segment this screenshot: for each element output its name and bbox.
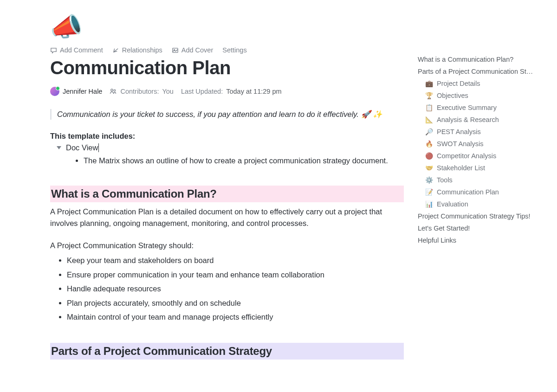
toc-label: Analysis & Research: [437, 116, 499, 123]
toc-label: PEST Analysis: [437, 128, 481, 135]
add-cover-label: Add Cover: [181, 46, 214, 54]
toc-link[interactable]: Let's Get Started!: [418, 222, 543, 234]
chevron-down-icon: [57, 146, 61, 149]
list-item[interactable]: Keep your team and stakeholders on board: [67, 253, 404, 268]
add-cover-button[interactable]: Add Cover: [172, 46, 214, 54]
last-updated: Last Updated: Today at 11:29 pm: [181, 88, 282, 95]
image-icon: [172, 47, 179, 54]
gear-icon: ⚙️: [425, 176, 433, 184]
people-icon: [110, 88, 117, 95]
strategy-list: Keep your team and stakeholders on board…: [50, 253, 404, 324]
strategy-intro[interactable]: A Project Communication Strategy should:: [50, 240, 404, 252]
page-meta: Jennifer Hale Contributors: You Last Upd…: [50, 87, 404, 96]
comment-icon: [50, 47, 57, 54]
toc-label: Project Details: [437, 80, 480, 87]
bar-chart-icon: 📊: [425, 200, 433, 208]
briefcase-icon: 💼: [425, 80, 433, 87]
toc-link[interactable]: 🔎PEST Analysis: [425, 126, 543, 138]
toc-label: Objectives: [437, 92, 468, 99]
toc-link[interactable]: Project Communication Strategy Tips!: [418, 210, 543, 222]
svg-point-2: [111, 89, 113, 91]
list-item[interactable]: Handle adequate resources: [67, 282, 404, 296]
toc-link[interactable]: 📝Communication Plan: [425, 186, 543, 198]
toc-link[interactable]: 📊Evaluation: [425, 198, 543, 210]
list-item[interactable]: Ensure proper communication in your team…: [67, 268, 404, 282]
ruler-icon: 📐: [425, 116, 433, 123]
contributors-label: Contributors:: [120, 88, 159, 95]
toc-label: Competitor Analysis: [437, 152, 496, 160]
magnifier-icon: 🔎: [425, 128, 433, 135]
toc-link[interactable]: 💼Project Details: [425, 77, 543, 90]
fire-icon: 🔥: [425, 140, 433, 148]
quote-block[interactable]: Communication is your ticket to success,…: [50, 109, 404, 120]
settings-label: Settings: [222, 46, 246, 54]
toc-link[interactable]: 📐Analysis & Research: [425, 114, 543, 126]
section1-paragraph[interactable]: A Project Communication Plan is a detail…: [50, 206, 404, 230]
list-item[interactable]: Plan projects accurately, smoothly and o…: [67, 296, 404, 310]
toc-label: Evaluation: [437, 200, 468, 208]
page-toolbar: Add Comment Relationships Add Cover Sett…: [50, 46, 404, 54]
add-comment-button[interactable]: Add Comment: [50, 46, 103, 54]
settings-button[interactable]: Settings: [222, 46, 246, 54]
toc-label: Tools: [437, 176, 453, 184]
trophy-icon: 🏆: [425, 92, 433, 99]
section-heading-parts[interactable]: Parts of a Project Communication Strateg…: [50, 343, 404, 360]
table-of-contents: What is a Communication Plan? Parts of a…: [418, 14, 552, 392]
memo-icon: 📝: [425, 188, 433, 196]
page-hero-icon[interactable]: 📣: [50, 14, 404, 40]
svg-point-3: [114, 90, 116, 91]
red-circle-icon: 🔴: [425, 152, 433, 160]
list-item[interactable]: Maintain control of your team and manage…: [67, 310, 404, 324]
doc-view-toggle[interactable]: Doc View: [50, 143, 404, 152]
relationships-icon: [112, 47, 119, 54]
updated-label: Last Updated:: [181, 88, 223, 95]
doc-view-bullets: The Matrix shows an outline of how to cr…: [50, 155, 404, 167]
toc-label: Communication Plan: [437, 188, 499, 196]
doc-view-label: Doc View: [66, 143, 99, 152]
section-heading-what-is[interactable]: What is a Communication Plan?: [50, 186, 404, 202]
toc-label: Stakeholder List: [437, 164, 485, 172]
includes-heading[interactable]: This template includes:: [50, 132, 404, 141]
updated-value: Today at 11:29 pm: [226, 88, 281, 95]
page-title[interactable]: Communication Plan: [50, 58, 404, 78]
toc-link[interactable]: Helpful Links: [418, 234, 543, 246]
toc-label: SWOT Analysis: [437, 140, 483, 148]
relationships-label: Relationships: [122, 46, 162, 54]
toc-link[interactable]: 🤝Stakeholder List: [425, 162, 543, 174]
avatar: [50, 87, 59, 96]
contributors-value: You: [162, 88, 173, 95]
toc-link[interactable]: ⚙️Tools: [425, 174, 543, 186]
toc-link[interactable]: 🔴Competitor Analysis: [425, 150, 543, 162]
clipboard-icon: 📋: [425, 104, 433, 111]
list-item[interactable]: The Matrix shows an outline of how to cr…: [84, 155, 404, 167]
toc-label: Executive Summary: [437, 104, 497, 111]
toc-link[interactable]: What is a Communication Plan?: [418, 53, 543, 65]
toc-link[interactable]: 🏆Objectives: [425, 90, 543, 102]
handshake-icon: 🤝: [425, 164, 433, 172]
toc-link[interactable]: Parts of a Project Communication St…: [418, 65, 543, 77]
toc-link[interactable]: 📋Executive Summary: [425, 102, 543, 114]
author-name: Jennifer Hale: [63, 88, 102, 95]
add-comment-label: Add Comment: [60, 46, 103, 54]
toc-link[interactable]: 🔥SWOT Analysis: [425, 138, 543, 150]
relationships-button[interactable]: Relationships: [112, 46, 162, 54]
contributors-chip[interactable]: Contributors: You: [110, 88, 173, 95]
author-chip[interactable]: Jennifer Hale: [50, 87, 102, 96]
